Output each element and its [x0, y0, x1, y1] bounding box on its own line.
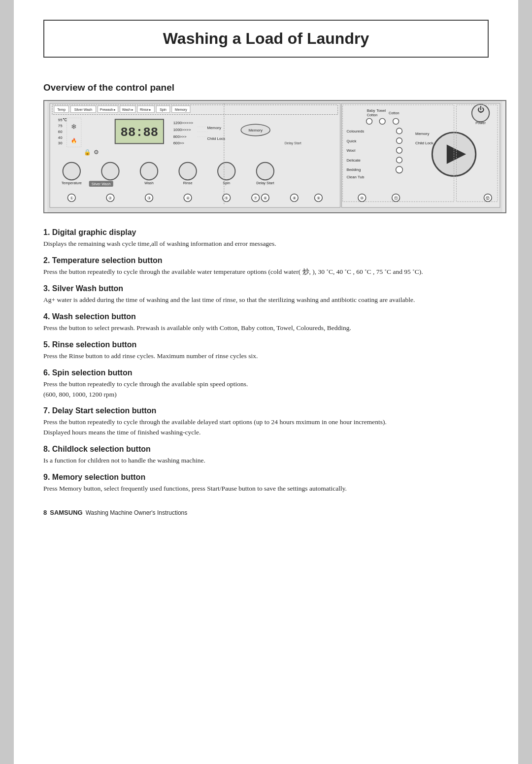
svg-text:Temperature: Temperature	[62, 181, 82, 185]
item-1-title: 1. Digital graphic display	[43, 228, 489, 237]
item-8-desc: Is a function for children not to handle…	[43, 456, 489, 466]
svg-text:Baby: Baby	[367, 108, 375, 113]
svg-text:Towel: Towel	[376, 108, 386, 113]
item-2-desc: Press the button repeatedly to cycle thr…	[43, 267, 489, 277]
control-panel-area: Temp Silver Wash Prewash ▸ Wash ▸ Rinse …	[43, 100, 489, 213]
item-9-title: 9. Memory selection button	[43, 473, 489, 482]
svg-text:95℃: 95℃	[58, 118, 67, 122]
svg-text:④: ④	[186, 196, 190, 200]
item-2-title: 2. Temperature selection button	[43, 256, 489, 265]
items-list: 1. Digital graphic display Displays the …	[43, 228, 489, 494]
svg-text:Child Lock: Child Lock	[415, 141, 433, 145]
svg-text:Silver Wash: Silver Wash	[92, 182, 111, 186]
item-7-title: 7. Delay Start selection button	[43, 406, 489, 415]
svg-text:600>>: 600>>	[173, 141, 185, 145]
item-6-title: 6. Spin selection button	[43, 368, 489, 377]
item-4-title: 4. Wash selection button	[43, 312, 489, 321]
svg-point-41	[179, 163, 196, 180]
svg-text:Delay Start: Delay Start	[285, 141, 301, 145]
footer: 8 SAMSUNG Washing Machine Owner's Instru…	[43, 509, 489, 516]
svg-text:⑤: ⑤	[225, 196, 228, 200]
item-9-desc: Press Memory button, select frequently u…	[43, 484, 489, 494]
svg-point-42	[218, 163, 235, 180]
svg-point-86	[397, 128, 402, 134]
svg-text:Delicate: Delicate	[346, 158, 361, 163]
svg-text:30: 30	[58, 141, 63, 145]
svg-text:①: ①	[70, 196, 73, 200]
svg-text:⚙: ⚙	[94, 149, 99, 155]
footer-page-number: 8	[43, 509, 47, 516]
svg-text:Wash: Wash	[144, 181, 154, 185]
svg-point-81	[393, 118, 399, 124]
svg-text:⑨: ⑨	[317, 196, 320, 200]
item-3-desc: Ag+ water is added during the time of wa…	[43, 295, 489, 305]
svg-text:Temp: Temp	[57, 108, 66, 112]
page-title: Washing a Load of Laundry	[43, 20, 489, 58]
svg-text:⑪: ⑪	[394, 196, 398, 200]
footer-brand: SAMSUNG	[50, 509, 82, 516]
page-container: Washing a Load of Laundry Overview of th…	[0, 0, 532, 764]
svg-text:Clean Tub: Clean Tub	[346, 175, 364, 179]
svg-text:88:88: 88:88	[121, 126, 159, 140]
content-area: Washing a Load of Laundry Overview of th…	[14, 0, 518, 536]
right-border	[518, 0, 532, 764]
svg-point-38	[63, 163, 80, 180]
svg-point-40	[140, 163, 158, 180]
svg-text:⑫: ⑫	[486, 196, 490, 200]
item-6-sub: (600, 800, 1000, 1200 rpm)	[43, 390, 489, 400]
item-6-desc: Press the button repeatedly to cycle thr…	[43, 379, 489, 390]
svg-text:Bedding: Bedding	[346, 167, 361, 172]
svg-text:⑧: ⑧	[293, 196, 296, 200]
svg-text:1000>>>>: 1000>>>>	[173, 128, 191, 132]
list-item: 9. Memory selection button Press Memory …	[43, 473, 489, 494]
svg-text:⑩: ⑩	[360, 196, 364, 200]
item-4-desc: Press the button to select prewash. Prew…	[43, 323, 489, 333]
svg-text:②: ②	[108, 196, 112, 200]
svg-text:🔥: 🔥	[71, 137, 77, 144]
svg-text:Cotton: Cotton	[367, 113, 378, 117]
item-3-title: 3. Silver Wash button	[43, 284, 489, 293]
svg-text:Wool: Wool	[346, 148, 355, 153]
list-item: 1. Digital graphic display Displays the …	[43, 228, 489, 249]
svg-point-39	[101, 163, 119, 180]
svg-rect-1	[50, 103, 340, 207]
svg-text:75: 75	[58, 124, 63, 128]
list-item: 5. Rinse selection button Press the Rins…	[43, 340, 489, 362]
item-8-title: 8. Childlock selection button	[43, 445, 489, 454]
svg-text:🔒: 🔒	[84, 149, 91, 156]
item-5-title: 5. Rinse selection button	[43, 340, 489, 349]
svg-text:Memory: Memory	[175, 108, 187, 112]
svg-text:③: ③	[147, 196, 151, 200]
svg-text:Silver Wash: Silver Wash	[74, 108, 93, 111]
svg-text:Quick: Quick	[346, 139, 356, 143]
svg-text:Memory: Memory	[415, 132, 429, 136]
svg-text:Memory: Memory	[249, 128, 263, 133]
svg-text:Coloureds: Coloureds	[346, 129, 364, 133]
item-1-desc: Displays the remaining wash cycle time,a…	[43, 239, 489, 249]
svg-text:40: 40	[58, 135, 63, 140]
list-item: 3. Silver Wash button Ag+ water is added…	[43, 284, 489, 305]
svg-point-94	[396, 166, 403, 173]
list-item: 6. Spin selection button Press the butto…	[43, 368, 489, 400]
svg-text:1200>>>>>: 1200>>>>>	[173, 121, 194, 125]
svg-point-88	[397, 138, 402, 144]
svg-text:800>>>: 800>>>	[173, 134, 187, 139]
footer-text: Washing Machine Owner's Instructions	[86, 509, 188, 516]
svg-point-80	[379, 118, 385, 124]
svg-text:· · · · · · ·: · · · · · · ·	[198, 130, 208, 133]
panel-svg: Temp Silver Wash Prewash ▸ Wash ▸ Rinse …	[43, 100, 506, 213]
svg-point-79	[366, 118, 372, 124]
svg-text:60: 60	[58, 130, 63, 134]
svg-text:❄: ❄	[71, 123, 77, 131]
svg-point-43	[257, 163, 274, 180]
list-item: 4. Wash selection button Press the butto…	[43, 312, 489, 333]
svg-text:⏻: ⏻	[477, 105, 484, 113]
svg-point-90	[397, 147, 402, 153]
title-wrapper: Washing a Load of Laundry	[43, 20, 489, 72]
list-item: 2. Temperature selection button Press th…	[43, 256, 489, 277]
svg-text:· · · · · · ·: · · · · · · ·	[198, 125, 208, 128]
svg-text:· · · · · · ·: · · · · · · ·	[198, 135, 208, 138]
list-item: 7. Delay Start selection button Press th…	[43, 406, 489, 438]
list-item: 8. Childlock selection button Is a funct…	[43, 445, 489, 466]
item-5-desc: Press the Rinse button to add rinse cycl…	[43, 351, 489, 362]
